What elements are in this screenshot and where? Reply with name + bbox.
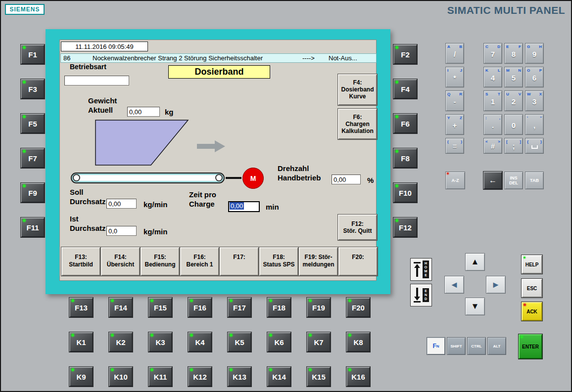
enter-key[interactable]: ENTER bbox=[519, 334, 542, 359]
hardware-key-f18[interactable]: F18 bbox=[267, 298, 291, 317]
led-icon bbox=[395, 81, 398, 84]
hopper-graphic bbox=[95, 119, 191, 167]
hardware-key-f3[interactable]: F3 bbox=[21, 79, 45, 99]
esc-key[interactable]: ESC bbox=[522, 279, 542, 298]
hardware-key-f10[interactable]: F10 bbox=[393, 183, 417, 203]
nav-button-f13-startbild[interactable]: F13:Startbild bbox=[61, 247, 100, 276]
hardware-key-k9[interactable]: K9 bbox=[69, 367, 93, 387]
hardware-key-k4[interactable]: K4 bbox=[188, 332, 212, 352]
hardware-key-k14[interactable]: K14 bbox=[267, 367, 291, 387]
keypad-key-2[interactable]: UV2 bbox=[504, 90, 523, 111]
ist-value-field[interactable]: 0,0 bbox=[106, 226, 137, 236]
keypad-key-plus[interactable]: YZ+ bbox=[445, 114, 464, 135]
hardware-key-k5[interactable]: K5 bbox=[228, 332, 251, 352]
shift-key[interactable]: SHIFT bbox=[447, 337, 466, 355]
hardware-key-f7[interactable]: F7 bbox=[21, 148, 45, 168]
hardware-key-f8[interactable]: F8 bbox=[393, 148, 417, 168]
keypad-key-semicolon[interactable]: []; bbox=[504, 138, 523, 154]
keypad-key-0[interactable]: 0 bbox=[504, 114, 523, 135]
arrow-left-key[interactable]: ◄ bbox=[444, 276, 464, 294]
keypad-key-6[interactable]: OP6 bbox=[525, 67, 544, 87]
hardware-key-f4[interactable]: F4 bbox=[393, 79, 417, 99]
nav-button-f14-uebersicht[interactable]: F14:Übersicht bbox=[101, 247, 140, 276]
keypad-key-hash[interactable]: <># bbox=[483, 138, 502, 154]
home-key[interactable]: HOME bbox=[410, 258, 432, 281]
hardware-key-k10[interactable]: K10 bbox=[109, 367, 133, 387]
help-key[interactable]: HELP bbox=[522, 255, 542, 274]
hardware-key-f9[interactable]: F9 bbox=[21, 183, 45, 203]
hardware-key-f2[interactable]: F2 bbox=[393, 44, 417, 64]
keypad-key-5[interactable]: MN5 bbox=[504, 67, 523, 87]
softkey-f6-chargen-kalkulation[interactable]: F6: Chargen Kalkulation bbox=[338, 109, 377, 139]
keypad-key-minus[interactable]: QR- bbox=[445, 90, 464, 111]
hardware-key-k16[interactable]: K16 bbox=[346, 367, 370, 387]
arrow-up-icon: ▲ bbox=[471, 257, 479, 267]
keypad-key-comma[interactable]: '", bbox=[525, 114, 544, 135]
arrow-right-key[interactable]: ► bbox=[486, 276, 506, 294]
hardware-key-f5[interactable]: F5 bbox=[21, 114, 45, 133]
keypad-key-asterisk[interactable]: IJ* bbox=[445, 67, 464, 87]
hardware-key-k6[interactable]: K6 bbox=[267, 332, 291, 352]
key-label: ESC bbox=[527, 286, 537, 291]
az-toggle-key[interactable]: A-Z bbox=[445, 172, 465, 189]
nav-button-f15-bedienung[interactable]: F15:Bedienung bbox=[141, 247, 180, 276]
hardware-key-k2[interactable]: K2 bbox=[109, 332, 133, 352]
hardware-key-f6[interactable]: F6 bbox=[393, 114, 417, 133]
hardware-key-f16[interactable]: F16 bbox=[188, 298, 212, 317]
keypad-key-equals[interactable]: ()= bbox=[445, 138, 464, 154]
soll-value-field[interactable]: 0,00 bbox=[106, 199, 137, 209]
keypad-key-8[interactable]: EF8 bbox=[504, 43, 523, 64]
nav-button-f18-status-sps[interactable]: F18:Status SPS bbox=[259, 247, 298, 276]
drehzahl-value-field[interactable]: 0,00 bbox=[332, 174, 361, 184]
ctrl-key[interactable]: CTRL bbox=[467, 337, 486, 355]
backspace-key[interactable]: ← bbox=[483, 172, 502, 189]
zeit-pro-label: Zeit pro bbox=[189, 190, 216, 199]
hardware-key-f12[interactable]: F12 bbox=[393, 218, 417, 237]
betriebsart-input[interactable] bbox=[64, 76, 129, 86]
arrow-right-icon: ► bbox=[491, 280, 500, 290]
keypad-key-4[interactable]: KL4 bbox=[483, 67, 502, 87]
keypad-key-9[interactable]: GH9 bbox=[525, 43, 544, 64]
arrow-down-key[interactable]: ▼ bbox=[465, 298, 485, 315]
hardware-key-k7[interactable]: K7 bbox=[307, 332, 331, 352]
hardware-key-k12[interactable]: K12 bbox=[188, 367, 212, 387]
nav-button-f16-bereich1[interactable]: F16:Bereich 1 bbox=[180, 247, 219, 276]
hardware-key-k8[interactable]: K8 bbox=[346, 332, 370, 352]
hardware-key-k13[interactable]: K13 bbox=[228, 367, 251, 387]
gewicht-value-field[interactable]: 0,00 bbox=[127, 107, 160, 117]
keypad-key-7[interactable]: CD7 bbox=[483, 43, 502, 64]
nav-button-f20[interactable]: F20: bbox=[338, 247, 378, 276]
hardware-key-k3[interactable]: K3 bbox=[148, 332, 172, 352]
keypad-key-3[interactable]: WX3 bbox=[525, 90, 544, 111]
hardware-key-f11[interactable]: F11 bbox=[21, 218, 45, 237]
hardware-key-f20[interactable]: F20 bbox=[346, 298, 370, 317]
hardware-key-f17[interactable]: F17 bbox=[228, 298, 251, 317]
hardware-key-f13[interactable]: F13 bbox=[69, 298, 93, 317]
keypad-key-slash[interactable]: AB/ bbox=[445, 43, 464, 64]
nav-button-f19-stoermeldungen[interactable]: F19: Stör-meldungen bbox=[299, 247, 338, 276]
hardware-key-k1[interactable]: K1 bbox=[69, 332, 93, 352]
hardware-key-f15[interactable]: F15 bbox=[148, 298, 172, 317]
tab-key[interactable]: TAB bbox=[525, 172, 544, 189]
alt-key[interactable]: ALT bbox=[487, 337, 506, 355]
key-label: . bbox=[484, 121, 502, 130]
hardware-key-k11[interactable]: K11 bbox=[148, 367, 172, 387]
fn-key[interactable]: FN bbox=[427, 337, 445, 355]
ist-label: Ist bbox=[70, 215, 79, 223]
ack-key[interactable]: ACK bbox=[522, 302, 542, 321]
end-key[interactable]: END bbox=[410, 284, 432, 306]
arrow-up-key[interactable]: ▲ bbox=[465, 253, 485, 271]
keypad-key-period[interactable]: :,. bbox=[483, 114, 502, 135]
hardware-key-f14[interactable]: F14 bbox=[109, 298, 133, 317]
hardware-key-f1[interactable]: F1 bbox=[21, 44, 45, 64]
keypad-key-space[interactable]: {} bbox=[525, 138, 544, 154]
zeit-value-field[interactable]: 0,00 bbox=[228, 201, 260, 212]
softkey-f4-dosierband-kurve[interactable]: F4: Dosierband Kurve bbox=[338, 74, 377, 105]
ins-del-key[interactable]: INSDEL bbox=[504, 172, 523, 189]
nav-button-f17[interactable]: F17: bbox=[220, 247, 259, 276]
softkey-line: Dosierband bbox=[339, 86, 376, 93]
hardware-key-f19[interactable]: F19 bbox=[307, 298, 331, 317]
keypad-key-1[interactable]: ST1 bbox=[483, 90, 502, 111]
hardware-key-k15[interactable]: K15 bbox=[307, 367, 331, 387]
softkey-f12-stoer-quitt[interactable]: F12: Stör. Quitt bbox=[338, 215, 377, 240]
